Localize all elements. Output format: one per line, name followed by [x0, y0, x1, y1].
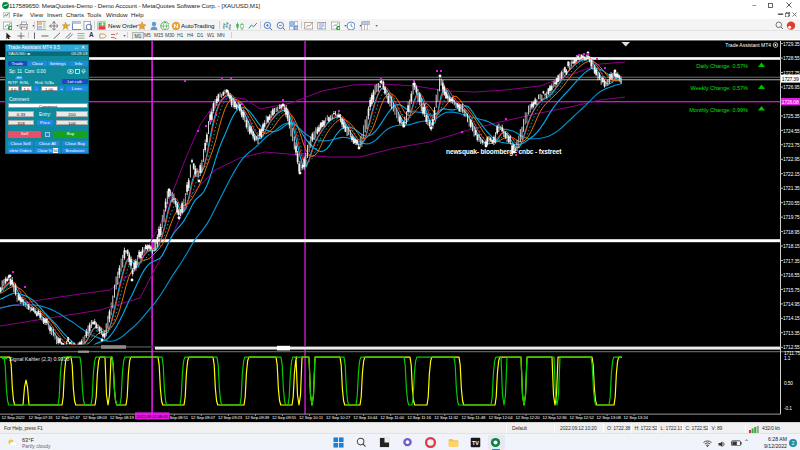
svg-text:1725.35: 1725.35 — [783, 114, 800, 119]
svg-text:1719.75: 1719.75 — [783, 215, 800, 220]
svg-text:12 Sep 10:44: 12 Sep 10:44 — [353, 415, 378, 420]
svg-text:1724.55: 1724.55 — [783, 129, 800, 134]
svg-text:-0.1: -0.1 — [784, 406, 792, 411]
svg-text:Signal Kahler (2,3) 0.9918: Signal Kahler (2,3) 0.9918 — [9, 356, 69, 362]
svg-text:Daily Change: 0.57%: Daily Change: 0.57% — [696, 63, 748, 69]
svg-text:1712.55: 1712.55 — [783, 345, 800, 350]
svg-text:12 Sep 11:16: 12 Sep 11:16 — [407, 415, 432, 420]
svg-text:1718.95: 1718.95 — [783, 230, 800, 235]
svg-text:1728.55: 1728.55 — [783, 56, 800, 61]
svg-text:12 Sep 12:36: 12 Sep 12:36 — [543, 415, 568, 420]
svg-text:12 Sep 09:07: 12 Sep 09:07 — [191, 415, 216, 420]
svg-text:1717.35: 1717.35 — [783, 259, 800, 264]
svg-text:1723.75: 1723.75 — [783, 143, 800, 148]
svg-text:12 Sep 10:11: 12 Sep 10:11 — [299, 415, 324, 420]
svg-text:1716.55: 1716.55 — [783, 273, 800, 278]
svg-text:12 Sep 08:19: 12 Sep 08:19 — [110, 415, 135, 420]
svg-text:12 Sep 09:23: 12 Sep 09:23 — [218, 415, 243, 420]
svg-text:1715.75: 1715.75 — [783, 288, 800, 293]
svg-text:1722.95: 1722.95 — [783, 157, 800, 162]
svg-text:1714.95: 1714.95 — [783, 302, 800, 307]
svg-text:12 Sep 13:24: 12 Sep 13:24 — [624, 415, 649, 420]
svg-text:12 Sep 10:27: 12 Sep 10:27 — [326, 415, 351, 420]
svg-text:Weekly Change: 0.57%: Weekly Change: 0.57% — [691, 85, 748, 91]
svg-text:Trade Assistant MT4: Trade Assistant MT4 — [725, 42, 771, 48]
svg-text:12 Sep 12:52: 12 Sep 12:52 — [570, 415, 595, 420]
svg-text:0.50: 0.50 — [784, 381, 793, 386]
svg-text:12 Sep 07:31: 12 Sep 07:31 — [29, 415, 54, 420]
svg-text:TV: TV — [472, 440, 479, 446]
svg-text:12 Sep 09:55: 12 Sep 09:55 — [272, 415, 297, 420]
svg-text:12 Sep 07:47: 12 Sep 07:47 — [56, 415, 81, 420]
svg-text:1720.55: 1720.55 — [783, 201, 800, 206]
svg-text:newsquak- bloomberg - cnbc - f: newsquak- bloomberg - cnbc - fxstreet — [446, 148, 562, 156]
svg-text:12 Sep 12:04: 12 Sep 12:04 — [488, 415, 513, 420]
svg-text:1721.35: 1721.35 — [783, 186, 800, 191]
svg-text:1727.39: 1727.39 — [782, 76, 799, 82]
svg-text:12 Sep 09:39: 12 Sep 09:39 — [245, 415, 270, 420]
svg-text:12 Sep 11:32: 12 Sep 11:32 — [434, 415, 459, 420]
svg-text:12 Sep 13:08: 12 Sep 13:08 — [597, 415, 622, 420]
svg-text:Monthly Change: 0.99%: Monthly Change: 0.99% — [689, 107, 748, 113]
svg-text:12 Sep 08:03: 12 Sep 08:03 — [83, 415, 108, 420]
svg-text:1726.08: 1726.08 — [782, 99, 799, 105]
svg-text:1726.95: 1726.95 — [783, 85, 800, 90]
svg-text:1718.15: 1718.15 — [783, 244, 800, 249]
svg-text:12 Sep 2022: 12 Sep 2022 — [2, 415, 26, 420]
svg-text:1714.15: 1714.15 — [783, 316, 800, 321]
svg-text:1711.75: 1711.75 — [784, 351, 800, 356]
svg-text:1722.15: 1722.15 — [783, 172, 800, 177]
svg-text:12 Sep 12:20: 12 Sep 12:20 — [516, 415, 541, 420]
svg-text:12 Sep 11:00: 12 Sep 11:00 — [380, 415, 405, 420]
svg-text:12 Sep 11:48: 12 Sep 11:48 — [461, 415, 486, 420]
svg-text:2022.09.12 08:43: 2022.09.12 08:43 — [137, 414, 169, 419]
svg-text:1.1: 1.1 — [784, 356, 791, 361]
svg-text:1729.35: 1729.35 — [783, 42, 800, 47]
svg-text:1713.35: 1713.35 — [783, 331, 800, 336]
